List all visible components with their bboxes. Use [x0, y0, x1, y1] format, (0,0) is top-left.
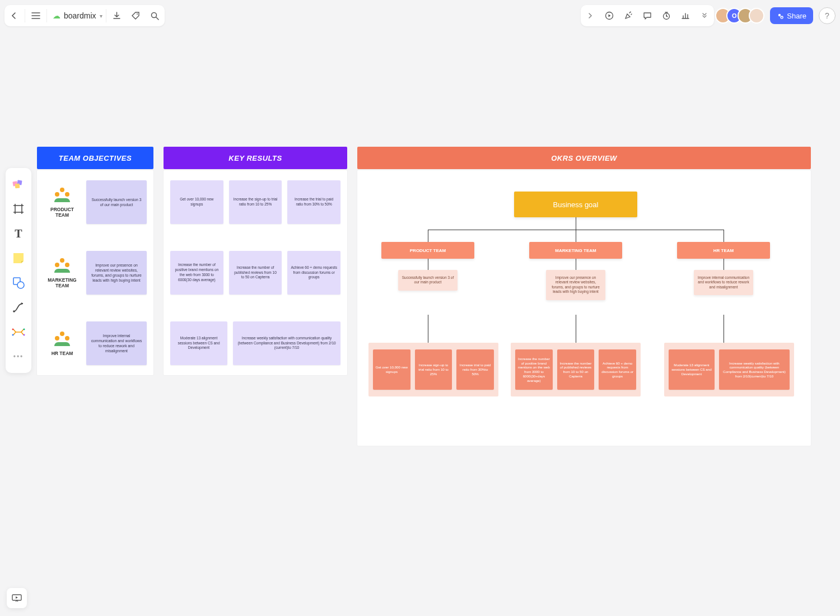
connector [576, 315, 576, 343]
kr-note[interactable]: Increase the number of published reviews… [229, 251, 282, 295]
svg-point-0 [60, 188, 64, 192]
kr-note[interactable]: Increase the sign-up to trial ratio from… [229, 180, 282, 224]
shape-tool[interactable] [8, 271, 29, 295]
kr-note[interactable]: Moderate 13 alignment sessions between C… [170, 321, 227, 365]
cloud-sync-icon: ☁ [53, 11, 60, 20]
ov-kr-mini[interactable]: Increase weekly satisfaction with commun… [719, 349, 790, 390]
team-name: PRODUCT TEAM [44, 207, 81, 218]
download-button[interactable] [108, 5, 127, 26]
share-button[interactable]: Share [770, 7, 813, 24]
svg-point-10 [152, 12, 157, 17]
svg-point-19 [17, 282, 24, 288]
connector [724, 259, 724, 270]
top-right-pill [581, 5, 714, 26]
chart-button[interactable] [676, 5, 695, 26]
connector [428, 230, 428, 242]
presentation-button[interactable] [7, 588, 27, 608]
kr-note[interactable]: Get over 10,000 new signups [170, 180, 223, 224]
ov-kr-mini[interactable]: Moderate 13 alignment sessions between C… [669, 349, 715, 390]
ov-team-product[interactable]: PRODUCT TEAM [381, 242, 474, 259]
column-objectives: TEAM OBJECTIVES PRODUCT TEAM Successfull… [37, 147, 153, 446]
kr-note[interactable]: Achieve 60 + demo requests from discussi… [287, 251, 340, 295]
help-button[interactable]: ? [819, 7, 836, 24]
connector-tool[interactable] [8, 296, 29, 319]
svg-point-6 [60, 332, 64, 336]
avatar[interactable] [749, 8, 764, 24]
svg-point-23 [24, 329, 25, 330]
team-name: HR TEAM [52, 351, 73, 356]
ov-objective-hr[interactable]: Improve internal communication and workf… [694, 270, 753, 295]
kr-row-hr: Moderate 13 alignment sessions between C… [170, 321, 340, 365]
share-icon [777, 12, 784, 20]
team-product: PRODUCT TEAM [44, 186, 81, 218]
document-title[interactable]: ☁ boardmix ▾ [48, 11, 105, 20]
expand-button[interactable] [581, 5, 600, 26]
header-objectives: TEAM OBJECTIVES [37, 147, 153, 169]
sticky-note-tool[interactable] [8, 246, 29, 270]
more-tools-button[interactable] [695, 5, 714, 26]
tool-rail: T ••• [6, 168, 31, 373]
objective-row-product[interactable]: PRODUCT TEAM Successfully launch version… [44, 180, 147, 224]
ov-kr-mini[interactable]: Increase the number of published reviews… [557, 349, 595, 390]
key-results-body: Get over 10,000 new signups Increase the… [164, 170, 347, 375]
ov-team-marketing[interactable]: MARKETING TEAM [529, 242, 622, 259]
timer-button[interactable] [657, 5, 676, 26]
connector [576, 217, 576, 230]
search-button[interactable] [146, 5, 165, 26]
celebrate-button[interactable] [619, 5, 638, 26]
play-button[interactable] [600, 5, 619, 26]
objective-note[interactable]: Improve our presence on relevant review … [86, 251, 147, 295]
ov-objective-marketing[interactable]: Improve our presence on relevant review … [546, 270, 605, 300]
kr-note[interactable]: Increase the trial to paid ratio from 30… [287, 180, 340, 224]
divider [46, 9, 47, 22]
ov-kr-block-marketing: Increase the number of positive brand me… [511, 343, 641, 396]
ov-kr-mini[interactable]: Increase sign-up to trial ratio from 10 … [415, 349, 452, 390]
tag-button[interactable] [127, 5, 146, 26]
column-key-results: KEY RESULTS Get over 10,000 new signups … [164, 147, 347, 446]
svg-point-21 [12, 329, 14, 330]
more-tools[interactable]: ••• [8, 345, 29, 368]
kr-note[interactable]: Increase the number of positive brand me… [170, 251, 223, 295]
svg-point-22 [12, 334, 14, 336]
kr-row-marketing: Increase the number of positive brand me… [170, 251, 340, 295]
svg-point-4 [55, 263, 59, 267]
overview-body: Business goal PRODUCT TEAM MARKETING TEA… [357, 170, 811, 446]
back-button[interactable] [4, 5, 24, 26]
header-key-results: KEY RESULTS [164, 147, 347, 169]
templates-tool[interactable] [8, 172, 29, 196]
team-marketing: MARKETING TEAM [44, 257, 81, 288]
collaborator-avatars[interactable]: O [720, 8, 764, 24]
connector [576, 259, 576, 270]
svg-point-20 [13, 310, 15, 312]
frame-tool[interactable] [8, 197, 29, 221]
svg-point-8 [65, 336, 69, 340]
comment-button[interactable] [638, 5, 657, 26]
canvas[interactable]: TEAM OBJECTIVES PRODUCT TEAM Successfull… [0, 0, 840, 616]
kr-note[interactable]: Increase weekly satisfaction with commun… [233, 321, 340, 365]
ov-kr-mini[interactable]: Get over 10,000 new signups [373, 349, 410, 390]
header-overview: OKRS OVERVIEW [357, 147, 811, 169]
ov-team-hr[interactable]: HR TEAM [677, 242, 770, 259]
svg-point-3 [60, 258, 64, 263]
ov-kr-block-hr: Moderate 13 alignment sessions between C… [664, 343, 794, 396]
svg-rect-17 [15, 184, 20, 189]
mindmap-tool[interactable] [8, 320, 29, 344]
divider [25, 9, 25, 22]
text-tool[interactable]: T [8, 222, 29, 245]
team-icon [52, 186, 72, 203]
ov-objective-product[interactable]: Successfully launch version 3 of our mai… [398, 270, 458, 291]
ov-kr-mini[interactable]: Achieve 60 + demo requests from discussi… [599, 349, 636, 390]
team-name: MARKETING TEAM [44, 277, 81, 288]
svg-point-7 [55, 336, 59, 340]
menu-button[interactable] [26, 5, 45, 26]
ov-kr-mini[interactable]: Increase trial to paid ratio from 30%to … [456, 349, 494, 390]
objective-note[interactable]: Improve internal communication and workf… [86, 321, 147, 365]
ov-kr-mini[interactable]: Increase the number of positive brand me… [515, 349, 553, 390]
team-icon [52, 330, 72, 347]
svg-point-13 [778, 13, 781, 16]
objective-row-marketing[interactable]: MARKETING TEAM Improve our presence on r… [44, 251, 147, 295]
business-goal-box[interactable]: Business goal [514, 192, 637, 217]
objective-row-hr[interactable]: HR TEAM Improve internal communication a… [44, 321, 147, 365]
objective-note[interactable]: Successfully launch version 3 of our mai… [86, 180, 147, 224]
column-overview: OKRS OVERVIEW Business goal PRODUCT TEAM… [357, 147, 811, 446]
